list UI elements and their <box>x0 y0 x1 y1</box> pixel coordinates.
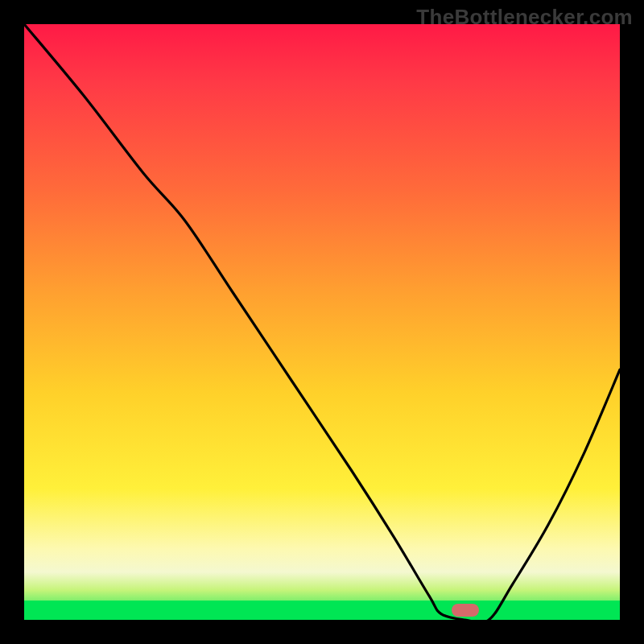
bottleneck-curve <box>24 24 620 620</box>
curve-svg <box>24 24 620 620</box>
plot-area <box>24 24 620 620</box>
optimum-marker <box>452 604 479 617</box>
watermark-text: TheBottlenecker.com <box>416 5 633 30</box>
chart-frame: TheBottlenecker.com <box>0 0 644 644</box>
